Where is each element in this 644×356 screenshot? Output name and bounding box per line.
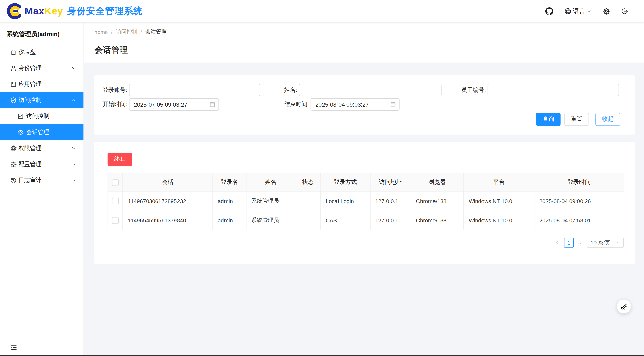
cell-login-method: Local Login	[320, 191, 370, 211]
col-browser: 浏览器	[411, 173, 463, 191]
sidebar: 系统管理员(admin) 仪表盘 身份管理	[0, 22, 84, 356]
filter-field-login-account: 登录账号:	[103, 84, 260, 96]
col-login-method: 登录方式	[320, 173, 370, 191]
row-checkbox[interactable]	[112, 198, 119, 204]
sidebar-item-dashboard[interactable]: 仪表盘	[0, 44, 83, 60]
login-account-input[interactable]	[129, 84, 260, 96]
employee-id-label: 员工编号:	[461, 86, 487, 94]
chevron-down-icon	[71, 66, 76, 70]
theme-magic-button[interactable]	[617, 299, 631, 313]
safety-icon	[10, 145, 17, 152]
sidebar-item-label: 会话管理	[26, 128, 50, 136]
collapse-button[interactable]: 收起	[595, 113, 620, 126]
apps-icon	[10, 81, 17, 87]
next-page-button[interactable]	[577, 238, 584, 248]
main-content: home / 访问控制 / 会话管理 会话管理 登录账号: 姓名:	[84, 22, 644, 356]
terminate-button[interactable]: 终止	[108, 153, 132, 166]
sidebar-subitem-access-control[interactable]: 访问控制	[0, 108, 83, 124]
filter-field-employee-id: 员工编号:	[461, 84, 619, 96]
name-input[interactable]	[299, 84, 441, 96]
github-icon[interactable]	[545, 7, 553, 15]
session-table-panel: 终止 会话 登录名 姓名 状态 登录方式	[94, 142, 635, 264]
brand-key-text: Key	[44, 5, 63, 17]
cell-status	[295, 211, 320, 230]
shield-check-icon	[10, 97, 17, 103]
chevron-down-icon	[71, 178, 76, 183]
row-checkbox[interactable]	[112, 217, 119, 224]
language-switcher[interactable]: 语言	[564, 7, 591, 15]
header-actions: 语言	[545, 7, 644, 15]
search-button[interactable]: 查询	[536, 113, 561, 126]
sidebar-item-configuration[interactable]: 配置管理	[0, 156, 83, 172]
sidebar-menu: 仪表盘 身份管理 应用管理 访	[0, 44, 83, 188]
breadcrumb-access-control[interactable]: 访问控制	[116, 28, 137, 35]
breadcrumb-separator: /	[140, 28, 142, 35]
cell-login-time: 2025-08-04 07:58:01	[534, 211, 624, 230]
sidebar-item-permissions[interactable]: 权限管理	[0, 140, 83, 156]
cell-platform: Windows NT 10.0	[463, 211, 534, 230]
system-title: 身份安全管理系统	[67, 5, 143, 17]
sidebar-item-label: 配置管理	[19, 161, 42, 168]
page-title: 会话管理	[94, 44, 644, 56]
cell-login-method: CAS	[320, 211, 370, 230]
sidebar-item-label: 日志审计	[19, 177, 42, 184]
start-time-input[interactable]	[129, 98, 219, 111]
work-area: 登录账号: 姓名: 员工编号: 开始时间:	[84, 63, 644, 264]
sidebar-item-access-control[interactable]: 访问控制	[0, 92, 83, 108]
cell-login-name: admin	[213, 191, 246, 211]
cell-name: 系统管理员	[246, 211, 295, 230]
sidebar-item-audit-logs[interactable]: 日志审计	[0, 172, 83, 188]
maxkey-logo-icon	[7, 3, 23, 19]
col-login-time: 登录时间	[534, 173, 624, 191]
sidebar-item-label: 应用管理	[19, 80, 42, 88]
settings-gear-icon[interactable]	[603, 7, 610, 15]
language-label: 语言	[573, 7, 585, 15]
sidebar-item-applications[interactable]: 应用管理	[0, 76, 83, 92]
col-session: 会话	[123, 173, 213, 191]
cell-session-id: 1149654599561379840	[123, 211, 213, 230]
logout-icon[interactable]	[621, 8, 628, 14]
col-access-address: 访问地址	[370, 173, 411, 191]
col-login-name: 登录名	[213, 173, 246, 191]
breadcrumb-home[interactable]: home	[94, 28, 108, 35]
end-time-input[interactable]	[311, 98, 400, 111]
page-number-button[interactable]: 1	[564, 238, 574, 248]
chevron-down-icon	[71, 162, 76, 167]
cell-name: 系统管理员	[246, 191, 295, 211]
reset-button[interactable]: 重置	[564, 113, 589, 126]
session-table: 会话 登录名 姓名 状态 登录方式 访问地址 浏览器 平台 登录时间	[108, 173, 624, 230]
page-size-value: 10 条/页	[591, 239, 614, 246]
select-all-checkbox[interactable]	[112, 179, 119, 186]
table-row: 1149654599561379840 admin 系统管理员 CAS 127.…	[108, 211, 624, 230]
sidebar-subitem-session-management[interactable]: 会话管理	[0, 124, 83, 140]
cell-browser: Chrome/138	[411, 191, 463, 211]
cell-access-address: 127.0.0.1	[370, 191, 411, 211]
sidebar-item-label: 身份管理	[19, 64, 42, 72]
col-status: 状态	[295, 173, 320, 191]
cell-login-name: admin	[213, 211, 246, 230]
breadcrumb-separator: /	[111, 28, 113, 35]
sidebar-item-identity[interactable]: 身份管理	[0, 60, 83, 76]
sidebar-item-label: 访问控制	[19, 96, 42, 104]
col-name: 姓名	[246, 173, 295, 191]
table-header-row: 会话 登录名 姓名 状态 登录方式 访问地址 浏览器 平台 登录时间	[108, 173, 624, 191]
filter-field-end-time: 结束时间:	[284, 98, 399, 111]
employee-id-input[interactable]	[488, 84, 619, 96]
current-user-title: 系统管理员(admin)	[0, 22, 83, 44]
history-icon	[10, 177, 17, 184]
end-time-label: 结束时间:	[284, 101, 310, 108]
pagination: 1 10 条/页	[554, 238, 624, 248]
prev-page-button[interactable]	[554, 238, 561, 248]
col-platform: 平台	[463, 173, 534, 191]
sidebar-item-label: 仪表盘	[19, 48, 36, 56]
cell-platform: Windows NT 10.0	[463, 191, 534, 211]
sidebar-item-label: 权限管理	[19, 144, 42, 152]
dashboard-icon	[10, 49, 17, 55]
name-label: 姓名:	[284, 86, 299, 94]
sidebar-collapse-trigger[interactable]	[0, 339, 83, 355]
check-square-icon	[17, 113, 24, 120]
sidebar-item-label: 访问控制	[26, 112, 50, 120]
page-size-select[interactable]: 10 条/页	[587, 238, 624, 248]
page-header: home / 访问控制 / 会话管理 会话管理	[84, 22, 644, 63]
filter-field-start-time: 开始时间:	[103, 98, 219, 111]
